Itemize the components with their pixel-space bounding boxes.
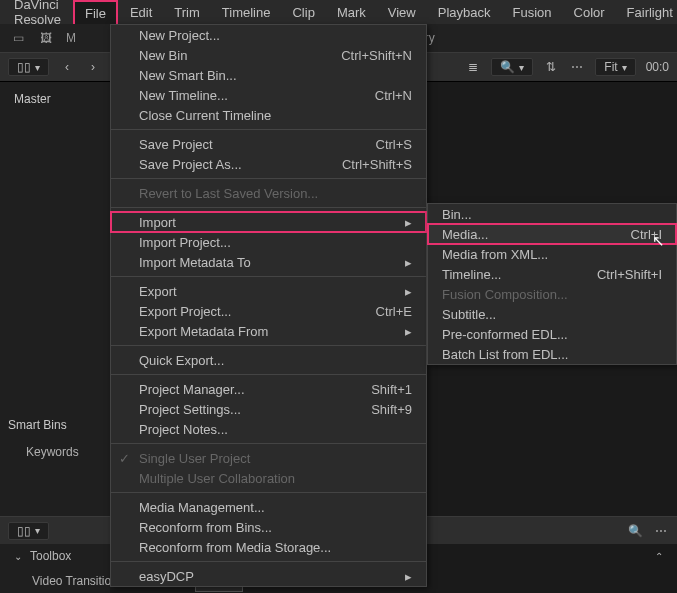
submenu-item-subtitle[interactable]: Subtitle... (428, 304, 676, 324)
menu-item-label: Export Project... (139, 304, 231, 319)
menu-item-export-project[interactable]: Export Project...Ctrl+E (111, 301, 426, 321)
menu-item-easydcp[interactable]: easyDCP▸ (111, 566, 426, 586)
menu-item-label: New Smart Bin... (139, 68, 237, 83)
submenu-item-label: Batch List from EDL... (442, 347, 568, 362)
menu-item-label: New Timeline... (139, 88, 228, 103)
submenu-item-bin[interactable]: Bin... (428, 204, 676, 224)
menu-item-project-notes[interactable]: Project Notes... (111, 419, 426, 439)
shortcut-label: Ctrl+I (631, 227, 662, 242)
search-select[interactable]: 🔍▾ (491, 58, 533, 76)
layout-icon[interactable]: ▭ (10, 30, 26, 46)
submenu-item-batch-list-from-edl[interactable]: Batch List from EDL... (428, 344, 676, 364)
menu-item-project-manager[interactable]: Project Manager...Shift+1 (111, 379, 426, 399)
keywords-bin[interactable]: Keywords (0, 435, 105, 469)
shortcut-label: Ctrl+S (376, 137, 412, 152)
menu-item-import-project[interactable]: Import Project... (111, 232, 426, 252)
shortcut-label: Shift+9 (371, 402, 412, 417)
menu-color[interactable]: Color (564, 0, 615, 24)
submenu-arrow-icon: ▸ (405, 324, 412, 339)
nav-fwd[interactable]: › (85, 59, 101, 75)
shortcut-label: Shift+1 (371, 382, 412, 397)
menu-item-export-metadata-from[interactable]: Export Metadata From▸ (111, 321, 426, 341)
menu-item-reconform-from-bins[interactable]: Reconform from Bins... (111, 517, 426, 537)
menu-file[interactable]: File (73, 0, 118, 24)
menu-view[interactable]: View (378, 0, 426, 24)
menu-fairlight[interactable]: Fairlight (617, 0, 677, 24)
submenu-item-timeline[interactable]: Timeline...Ctrl+Shift+I (428, 264, 676, 284)
menu-timeline[interactable]: Timeline (212, 0, 281, 24)
menu-trim[interactable]: Trim (164, 0, 210, 24)
menu-item-label: Export (139, 284, 177, 299)
more-icon-2[interactable]: ⋯ (653, 523, 669, 539)
nav-back[interactable]: ‹ (59, 59, 75, 75)
menu-item-new-project[interactable]: New Project... (111, 25, 426, 45)
submenu-item-label: Fusion Composition... (442, 287, 568, 302)
master-bin[interactable]: Master (0, 82, 110, 116)
submenu-item-fusion-composition: Fusion Composition... (428, 284, 676, 304)
menu-separator (111, 561, 426, 562)
more-icon[interactable]: ⋯ (569, 59, 585, 75)
shortcut-label: Ctrl+Shift+S (342, 157, 412, 172)
menu-item-close-current-timeline[interactable]: Close Current Timeline (111, 105, 426, 125)
menu-item-new-smart-bin[interactable]: New Smart Bin... (111, 65, 426, 85)
menu-playback[interactable]: Playback (428, 0, 501, 24)
submenu-item-label: Timeline... (442, 267, 501, 282)
list-view-icon[interactable]: ≣ (465, 59, 481, 75)
submenu-arrow-icon: ▸ (405, 255, 412, 270)
menu-item-label: Single User Project (139, 451, 250, 466)
shortcut-label: Ctrl+Shift+I (597, 267, 662, 282)
menu-item-import[interactable]: Import▸ (111, 212, 426, 232)
menu-item-label: Project Manager... (139, 382, 245, 397)
menu-item-label: New Project... (139, 28, 220, 43)
menu-clip[interactable]: Clip (282, 0, 324, 24)
menu-edit[interactable]: Edit (120, 0, 162, 24)
menu-item-new-bin[interactable]: New BinCtrl+Shift+N (111, 45, 426, 65)
submenu-item-media-from-xml[interactable]: Media from XML... (428, 244, 676, 264)
menu-item-multiple-user-collaboration: Multiple User Collaboration (111, 468, 426, 488)
layout-select[interactable]: ▯▯▾ (8, 58, 49, 76)
menu-separator (111, 443, 426, 444)
menu-item-export[interactable]: Export▸ (111, 281, 426, 301)
file-menu-dropdown: New Project...New BinCtrl+Shift+NNew Sma… (110, 24, 427, 587)
submenu-item-pre-conformed-edl[interactable]: Pre-conformed EDL... (428, 324, 676, 344)
menu-item-single-user-project: ✓Single User Project (111, 448, 426, 468)
menu-item-save-project[interactable]: Save ProjectCtrl+S (111, 134, 426, 154)
shortcut-label: Ctrl+N (375, 88, 412, 103)
media-pool-icon[interactable]: 🖼 (38, 30, 54, 46)
menu-item-media-management[interactable]: Media Management... (111, 497, 426, 517)
menu-item-label: Media Management... (139, 500, 265, 515)
menu-item-import-metadata-to[interactable]: Import Metadata To▸ (111, 252, 426, 272)
menu-separator (111, 129, 426, 130)
menu-separator (111, 178, 426, 179)
import-submenu: Bin...Media...Ctrl+IMedia from XML...Tim… (427, 203, 677, 365)
menu-item-label: Export Metadata From (139, 324, 268, 339)
menu-item-label: Project Notes... (139, 422, 228, 437)
menu-item-new-timeline[interactable]: New Timeline...Ctrl+N (111, 85, 426, 105)
panel-layout-select[interactable]: ▯▯▾ (8, 522, 49, 540)
menu-item-project-settings[interactable]: Project Settings...Shift+9 (111, 399, 426, 419)
menu-mark[interactable]: Mark (327, 0, 376, 24)
menu-item-label: Revert to Last Saved Version... (139, 186, 318, 201)
fit-select[interactable]: Fit▾ (595, 58, 635, 76)
menu-item-label: New Bin (139, 48, 187, 63)
submenu-item-media[interactable]: Media...Ctrl+I (428, 224, 676, 244)
timecode: 00:0 (646, 60, 669, 74)
menu-item-label: Close Current Timeline (139, 108, 271, 123)
menu-fusion[interactable]: Fusion (502, 0, 561, 24)
menu-separator (111, 374, 426, 375)
menubar: DaVinci Resolve File Edit Trim Timeline … (0, 0, 677, 24)
menu-separator (111, 207, 426, 208)
menu-separator (111, 492, 426, 493)
menu-item-label: Quick Export... (139, 353, 224, 368)
submenu-arrow-icon: ▸ (405, 284, 412, 299)
menu-item-save-project-as[interactable]: Save Project As...Ctrl+Shift+S (111, 154, 426, 174)
menu-item-revert-to-last-saved-version: Revert to Last Saved Version... (111, 183, 426, 203)
sort-icon[interactable]: ⇅ (543, 59, 559, 75)
menu-item-reconform-from-media-storage[interactable]: Reconform from Media Storage... (111, 537, 426, 557)
menu-item-quick-export[interactable]: Quick Export... (111, 350, 426, 370)
search-icon[interactable]: 🔍 (627, 523, 643, 539)
submenu-arrow-icon: ▸ (405, 215, 412, 230)
menu-separator (111, 276, 426, 277)
menu-item-label: Import Project... (139, 235, 231, 250)
menu-item-label: Save Project (139, 137, 213, 152)
